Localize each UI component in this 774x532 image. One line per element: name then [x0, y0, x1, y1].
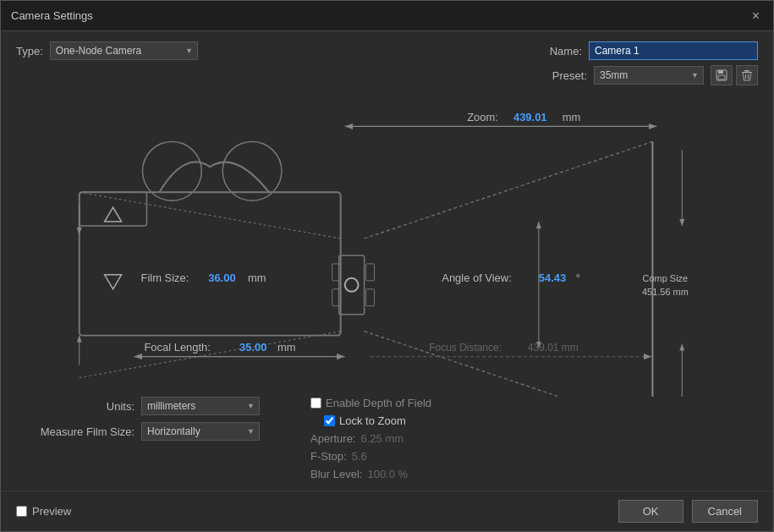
measure-select[interactable]: Horizontally Vertically Diagonally [141, 422, 260, 441]
svg-point-24 [345, 278, 359, 292]
units-field-group: Units: millimeters pixels inches [25, 397, 260, 415]
svg-text:mm: mm [248, 271, 266, 284]
camera-diagram-svg: Zoom: 439.01 mm [16, 89, 758, 397]
svg-text:°: ° [576, 271, 580, 284]
camera-settings-dialog: Camera Settings × Type: One-Node Camera … [0, 0, 774, 532]
svg-rect-23 [366, 289, 375, 306]
svg-line-26 [365, 332, 653, 397]
svg-rect-13 [80, 192, 341, 335]
name-field-group: Name: [550, 41, 758, 60]
svg-text:Film Size:: Film Size: [140, 271, 189, 284]
svg-text:451.56 mm: 451.56 mm [642, 287, 689, 297]
svg-rect-3 [742, 72, 752, 73]
svg-rect-19 [339, 255, 365, 315]
svg-text:mm: mm [563, 111, 581, 123]
fstop-label: F-Stop: [310, 450, 347, 463]
measure-select-wrapper: Horizontally Vertically Diagonally [141, 422, 260, 441]
svg-rect-1 [718, 70, 723, 74]
top-controls-row: Type: One-Node Camera Two-Node Camera Na… [16, 41, 758, 60]
svg-marker-17 [105, 207, 122, 222]
blur-label: Blur Level: [310, 468, 362, 480]
cancel-button[interactable]: Cancel [692, 500, 758, 523]
svg-text:Comp Size: Comp Size [643, 273, 689, 283]
enable-dof-label[interactable]: Enable Depth of Field [310, 397, 431, 409]
preview-checkbox[interactable] [16, 506, 27, 517]
dialog-content: Type: One-Node Camera Two-Node Camera Na… [1, 31, 773, 491]
svg-text:Focal Length:: Focal Length: [144, 341, 210, 354]
blur-value: 100.0 % [367, 468, 408, 480]
aperture-label: Aperture: [310, 432, 355, 445]
dialog-title: Camera Settings [11, 9, 93, 22]
units-label: Units: [25, 400, 134, 413]
preview-label[interactable]: Preview [16, 505, 71, 518]
svg-line-25 [365, 141, 653, 239]
close-button[interactable]: × [749, 8, 763, 25]
preset-delete-button[interactable] [736, 65, 758, 85]
below-diagram-controls: Units: millimeters pixels inches Measure… [16, 397, 758, 480]
lock-zoom-label[interactable]: Lock to Zoom [324, 414, 406, 427]
type-field-group: Type: One-Node Camera Two-Node Camera [16, 41, 198, 60]
svg-text:35.00: 35.00 [239, 341, 266, 354]
name-input[interactable] [589, 41, 758, 60]
preset-select[interactable]: 35mm 50mm 85mm 24mm [594, 66, 704, 85]
ok-button[interactable]: OK [618, 500, 683, 523]
svg-text:mm: mm [562, 342, 579, 354]
aperture-value: 6.25 mm [360, 432, 403, 445]
preset-row: Preset: 35mm 50mm 85mm 24mm [16, 65, 758, 85]
svg-text:439.01: 439.01 [513, 111, 547, 123]
svg-text:mm: mm [277, 341, 296, 354]
preset-buttons [711, 65, 758, 85]
lock-to-zoom-row: Lock to Zoom [324, 414, 431, 427]
svg-text:439.01: 439.01 [528, 342, 559, 354]
svg-line-29 [80, 332, 341, 378]
preset-select-wrapper: 35mm 50mm 85mm 24mm [594, 66, 704, 85]
preset-field-group: Preset: 35mm 50mm 85mm 24mm [552, 65, 758, 85]
svg-rect-4 [744, 70, 749, 72]
units-select[interactable]: millimeters pixels inches [141, 397, 260, 415]
fstop-row: F-Stop: 5.6 [310, 450, 431, 463]
enable-dof-checkbox[interactable] [310, 398, 321, 409]
blur-row: Blur Level: 100.0 % [310, 468, 431, 480]
aperture-row: Aperture: 6.25 mm [310, 432, 431, 445]
type-select-wrapper: One-Node Camera Two-Node Camera [50, 41, 198, 60]
lock-zoom-checkbox[interactable] [324, 415, 335, 426]
svg-text:36.00: 36.00 [208, 271, 235, 284]
svg-text:Zoom:: Zoom: [467, 111, 498, 123]
footer-buttons: OK Cancel [618, 500, 758, 523]
left-controls: Units: millimeters pixels inches Measure… [25, 397, 260, 441]
dof-controls: Enable Depth of Field Lock to Zoom Apert… [310, 397, 431, 480]
svg-line-28 [80, 192, 341, 239]
svg-rect-2 [718, 75, 725, 80]
name-label: Name: [550, 45, 582, 58]
svg-marker-18 [105, 275, 122, 289]
svg-text:Angle of View:: Angle of View: [442, 271, 511, 284]
preset-save-button[interactable] [711, 65, 733, 85]
camera-diagram-area: Zoom: 439.01 mm [16, 89, 758, 397]
measure-field-group: Measure Film Size: Horizontally Vertical… [25, 422, 260, 441]
titlebar: Camera Settings × [1, 1, 773, 31]
dialog-footer: Preview OK Cancel [1, 491, 773, 531]
svg-rect-14 [80, 192, 147, 226]
measure-label: Measure Film Size: [25, 425, 134, 438]
type-label: Type: [16, 45, 43, 58]
svg-rect-22 [366, 264, 375, 281]
svg-text:Focus Distance:: Focus Distance: [429, 342, 502, 354]
svg-text:54.43: 54.43 [539, 271, 566, 284]
preset-label: Preset: [552, 69, 587, 82]
units-select-wrapper: millimeters pixels inches [141, 397, 260, 415]
type-select[interactable]: One-Node Camera Two-Node Camera [50, 41, 198, 60]
fstop-value: 5.6 [352, 450, 367, 463]
